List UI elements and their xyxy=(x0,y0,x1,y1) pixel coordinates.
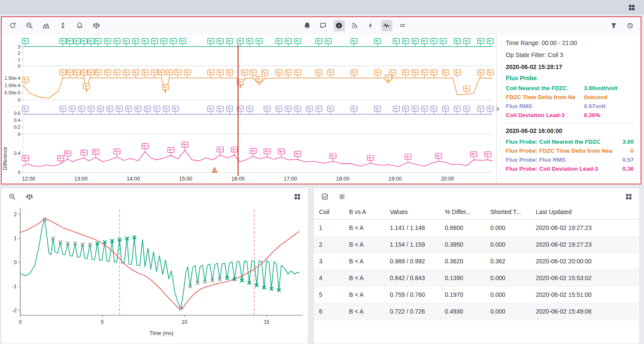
event-marker[interactable] xyxy=(477,70,484,78)
event-marker[interactable] xyxy=(114,149,120,157)
event-marker[interactable] xyxy=(276,70,282,78)
event-marker[interactable] xyxy=(151,70,158,78)
bolt-icon[interactable] xyxy=(365,20,377,31)
table-row[interactable]: 2B < A1.154 / 1.1590.39500.0002020-06-02… xyxy=(314,236,639,253)
event-marker[interactable] xyxy=(431,106,437,114)
event-marker[interactable] xyxy=(81,150,87,158)
event-marker[interactable] xyxy=(170,39,176,47)
event-marker[interactable] xyxy=(166,70,173,78)
event-marker[interactable] xyxy=(64,151,71,159)
event-marker[interactable] xyxy=(454,70,461,78)
grid-icon[interactable] xyxy=(626,2,637,13)
event-marker[interactable] xyxy=(60,39,66,47)
table-row[interactable]: 3B < A0.989 / 0.9920.36200.3622020-06-02… xyxy=(314,253,639,270)
event-marker[interactable] xyxy=(442,70,449,78)
grid-icon[interactable] xyxy=(292,191,303,202)
scale-icon[interactable] xyxy=(91,20,102,31)
event-marker[interactable] xyxy=(285,106,292,114)
event-marker[interactable] xyxy=(325,39,331,47)
event-marker[interactable] xyxy=(278,149,285,157)
event-marker[interactable] xyxy=(208,106,214,114)
event-marker[interactable] xyxy=(104,70,111,78)
scale-icon[interactable] xyxy=(24,191,35,202)
alert-marker[interactable] xyxy=(212,167,217,172)
gear-icon[interactable] xyxy=(336,191,347,202)
event-marker[interactable] xyxy=(81,70,87,78)
event-marker[interactable] xyxy=(217,39,223,47)
event-marker[interactable] xyxy=(163,106,170,114)
event-marker[interactable] xyxy=(88,106,94,114)
event-marker[interactable] xyxy=(114,70,120,78)
event-marker[interactable] xyxy=(487,106,493,114)
event-marker[interactable] xyxy=(58,156,64,164)
event-marker[interactable] xyxy=(135,106,141,114)
event-marker[interactable] xyxy=(226,106,233,114)
event-marker[interactable] xyxy=(421,70,428,78)
event-marker[interactable] xyxy=(412,39,418,47)
event-marker[interactable] xyxy=(79,106,85,114)
event-marker[interactable] xyxy=(374,39,381,47)
table-row[interactable]: 6B < A0.722 / 0.7260.49300.0002020-06-02… xyxy=(314,303,639,320)
event-marker[interactable] xyxy=(231,147,237,155)
event-marker[interactable] xyxy=(179,39,186,47)
event-marker[interactable] xyxy=(276,39,282,47)
event-marker[interactable] xyxy=(412,70,418,78)
event-marker[interactable] xyxy=(256,76,262,84)
event-marker[interactable] xyxy=(393,39,400,47)
table-row[interactable]: 5B < A0.759 / 0.7600.19700.0002020-06-02… xyxy=(314,287,639,303)
event-marker[interactable] xyxy=(316,106,322,114)
event-marker[interactable] xyxy=(83,84,90,92)
event-marker[interactable] xyxy=(161,39,167,47)
event-marker[interactable] xyxy=(316,39,322,47)
column-header[interactable]: % Differ... xyxy=(440,205,485,220)
event-marker[interactable] xyxy=(402,106,409,114)
comment-icon[interactable] xyxy=(318,20,329,31)
event-marker[interactable] xyxy=(81,39,87,47)
history-icon[interactable] xyxy=(624,20,635,31)
zoom-out-icon[interactable] xyxy=(6,191,18,202)
event-marker[interactable] xyxy=(250,148,256,157)
event-marker[interactable] xyxy=(295,39,301,47)
event-marker[interactable] xyxy=(95,39,101,47)
event-marker[interactable] xyxy=(421,39,428,47)
event-marker[interactable] xyxy=(435,153,442,161)
event-marker[interactable] xyxy=(88,70,94,78)
event-marker[interactable] xyxy=(69,106,76,114)
event-marker[interactable] xyxy=(477,39,484,47)
event-marker[interactable] xyxy=(104,39,111,47)
event-marker[interactable] xyxy=(74,70,80,78)
event-marker[interactable] xyxy=(454,39,461,47)
event-marker[interactable] xyxy=(351,70,357,78)
collapse-panel-handle[interactable] xyxy=(497,106,500,112)
event-marker[interactable] xyxy=(162,84,168,93)
column-header[interactable]: Last Updated xyxy=(531,205,639,220)
event-marker[interactable] xyxy=(256,39,262,47)
table-row[interactable]: 1B < A1.141 / 1.1480.66000.0002020-06-02… xyxy=(314,220,639,236)
event-marker[interactable] xyxy=(464,86,470,94)
event-marker[interactable] xyxy=(464,106,470,114)
event-marker[interactable] xyxy=(385,75,392,83)
event-marker[interactable] xyxy=(95,70,101,78)
event-marker[interactable] xyxy=(295,106,301,114)
event-marker[interactable] xyxy=(217,106,223,114)
event-marker[interactable] xyxy=(442,106,449,114)
event-marker[interactable] xyxy=(351,39,357,47)
event-marker[interactable] xyxy=(74,39,80,47)
column-header[interactable]: B vs A xyxy=(344,205,385,220)
event-marker[interactable] xyxy=(168,148,174,156)
column-header[interactable]: Coil xyxy=(314,205,344,220)
event-marker[interactable] xyxy=(367,155,374,163)
event-marker[interactable] xyxy=(142,144,148,152)
event-marker[interactable] xyxy=(295,70,301,78)
event-marker[interactable] xyxy=(402,39,409,47)
event-marker[interactable] xyxy=(184,70,191,78)
table-row[interactable]: 4B < A0.842 / 0.8430.13900.0002020-06-02… xyxy=(314,270,639,287)
event-marker[interactable] xyxy=(217,70,223,78)
event-marker[interactable] xyxy=(412,106,418,114)
event-marker[interactable] xyxy=(487,70,493,78)
event-marker[interactable] xyxy=(374,70,381,78)
event-marker[interactable] xyxy=(264,149,270,157)
event-marker[interactable] xyxy=(250,70,256,78)
event-marker[interactable] xyxy=(402,70,409,78)
event-marker[interactable] xyxy=(60,106,66,114)
